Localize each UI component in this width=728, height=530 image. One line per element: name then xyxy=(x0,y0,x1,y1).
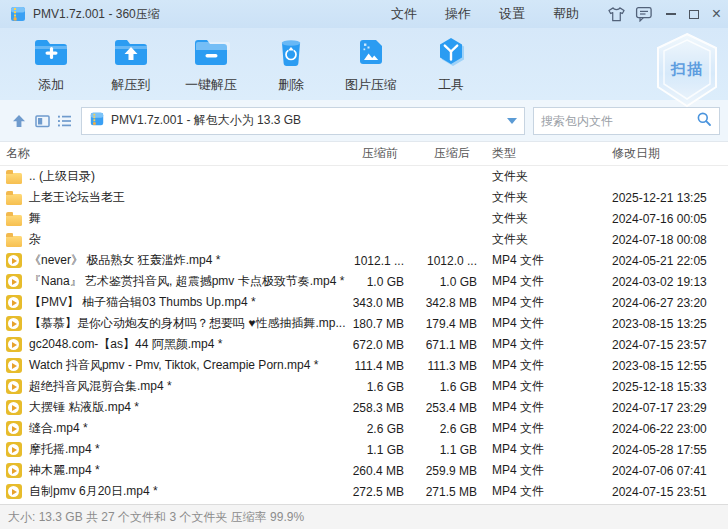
up-directory-icon[interactable] xyxy=(8,107,31,134)
table-row[interactable]: 『Nana』 艺术鉴赏抖音风, 超震撼pmv 卡点极致节奏.mp4 * 1.0 … xyxy=(0,271,728,292)
delete-label: 删除 xyxy=(278,76,304,94)
table-row[interactable]: 【慕慕】是你心动炮友的身材吗？想要吗 ♥性感抽插舞.mp... 180.7 MB… xyxy=(0,313,728,334)
file-name: 杂 xyxy=(29,231,41,248)
modified-date: 2024-07-15 23:51 xyxy=(604,485,728,499)
search-icon[interactable] xyxy=(696,111,712,131)
chevron-down-icon[interactable] xyxy=(507,118,517,124)
file-name: 大摆锤 粘液版.mp4 * xyxy=(29,399,139,416)
column-header-name[interactable]: 名称 xyxy=(0,145,347,162)
table-row[interactable]: 舞 文件夹 2024-07-16 00:05 xyxy=(0,208,728,229)
minimize-button[interactable] xyxy=(659,2,682,26)
file-name: gc2048.com-【as】44 阿黑颜.mp4 * xyxy=(29,336,222,353)
file-name: 超绝抖音风混剪合集.mp4 * xyxy=(29,378,172,395)
size-after-compression: 111.3 MB xyxy=(407,359,479,373)
skin-tshirt-icon[interactable] xyxy=(603,2,630,26)
tools-button[interactable]: 工具 xyxy=(411,35,491,94)
file-name: 缝合.mp4 * xyxy=(29,420,88,437)
size-after-compression: 342.8 MB xyxy=(407,296,479,310)
maximize-icon xyxy=(689,10,699,19)
modified-date: 2023-08-15 12:55 xyxy=(604,359,728,373)
table-row[interactable]: Watch 抖音风pmv - Pmv, Tiktok, Creampie Por… xyxy=(0,355,728,376)
size-after-compression: 1.6 GB xyxy=(407,380,479,394)
modified-date: 2024-05-28 17:55 xyxy=(604,443,728,457)
modified-date: 2024-07-06 07:41 xyxy=(604,464,728,478)
size-before-compression: 258.3 MB xyxy=(347,401,407,415)
modified-date: 2024-06-27 23:20 xyxy=(604,296,728,310)
image-compress-button[interactable]: 图片压缩 xyxy=(331,35,411,94)
extract-to-button[interactable]: 解压到 xyxy=(91,35,171,94)
file-type: MP4 文件 xyxy=(479,420,604,437)
file-type: MP4 文件 xyxy=(479,315,604,332)
table-row[interactable]: 上老王论坛当老王 文件夹 2025-12-21 13:25 xyxy=(0,187,728,208)
window-title: PMV1.7z.001 - 360压缩 xyxy=(33,6,160,23)
close-icon: × xyxy=(712,6,721,22)
column-header-after[interactable]: 压缩后 xyxy=(407,145,479,162)
table-row[interactable]: gc2048.com-【as】44 阿黑颜.mp4 * 672.0 MB 671… xyxy=(0,334,728,355)
modified-date: 2024-03-02 19:13 xyxy=(604,275,728,289)
video-file-icon xyxy=(6,316,22,331)
video-file-icon xyxy=(6,295,22,310)
file-name: 【PMV】 柚子猫合辑03 Thumbs Up.mp4 * xyxy=(29,294,256,311)
table-row[interactable]: 【PMV】 柚子猫合辑03 Thumbs Up.mp4 * 343.0 MB 3… xyxy=(0,292,728,313)
folder-icon xyxy=(6,236,22,247)
scan-badge[interactable]: 扫描 xyxy=(653,32,721,108)
table-row[interactable]: 神木麗.mp4 * 260.4 MB 259.9 MB MP4 文件 2024-… xyxy=(0,460,728,481)
table-row[interactable]: 超绝抖音风混剪合集.mp4 * 1.6 GB 1.6 GB MP4 文件 202… xyxy=(0,376,728,397)
preview-pane-icon[interactable] xyxy=(31,107,54,134)
titlebar-extra-buttons xyxy=(603,2,657,26)
file-name: 神木麗.mp4 * xyxy=(29,462,100,479)
one-click-extract-button[interactable]: 一键解压 xyxy=(171,35,251,94)
column-header-before[interactable]: 压缩前 xyxy=(347,145,407,162)
menu-help[interactable]: 帮助 xyxy=(539,0,593,28)
maximize-button[interactable] xyxy=(682,2,705,26)
feedback-icon[interactable] xyxy=(630,2,657,26)
table-row[interactable]: 自制pmv 6月20日.mp4 * 272.5 MB 271.5 MB MP4 … xyxy=(0,481,728,502)
folder-icon xyxy=(6,194,22,205)
file-type: MP4 文件 xyxy=(479,336,604,353)
modified-date: 2024-06-22 23:00 xyxy=(604,422,728,436)
table-row[interactable]: 缝合.mp4 * 2.6 GB 2.6 GB MP4 文件 2024-06-22… xyxy=(0,418,728,439)
column-header-type[interactable]: 类型 xyxy=(479,145,604,162)
table-row[interactable]: 《never》 极品熟女 狂轰滥炸.mp4 * 1012.1 ... 1012.… xyxy=(0,250,728,271)
file-name: 自制pmv 6月20日.mp4 * xyxy=(29,483,158,500)
column-header-date[interactable]: 修改日期 xyxy=(604,145,728,162)
size-after-compression: 1.0 GB xyxy=(407,275,479,289)
file-list: .. (上级目录) 文件夹 上老王论坛当老王 文件夹 2025-12-21 13… xyxy=(0,166,728,504)
close-button[interactable]: × xyxy=(705,2,728,26)
table-row[interactable]: 杂 文件夹 2024-07-18 00:08 xyxy=(0,229,728,250)
video-file-icon xyxy=(6,358,22,373)
extract-to-folder-icon xyxy=(111,35,151,73)
list-view-icon[interactable] xyxy=(53,107,76,134)
size-before-compression: 2.6 GB xyxy=(347,422,407,436)
size-before-compression: 1012.1 ... xyxy=(347,254,407,268)
file-type: 文件夹 xyxy=(479,168,604,185)
menu-actions[interactable]: 操作 xyxy=(431,0,485,28)
add-button[interactable]: 添加 xyxy=(11,35,91,94)
video-file-icon xyxy=(6,253,22,268)
video-file-icon xyxy=(6,463,22,478)
table-row[interactable]: 大摆锤 粘液版.mp4 * 258.3 MB 253.4 MB MP4 文件 2… xyxy=(0,397,728,418)
add-label: 添加 xyxy=(38,76,64,94)
table-row[interactable]: 摩托摇.mp4 * 1.1 GB 1.1 GB MP4 文件 2024-05-2… xyxy=(0,439,728,460)
delete-button[interactable]: 删除 xyxy=(251,35,331,94)
file-type: 文件夹 xyxy=(479,231,604,248)
file-name: .. (上级目录) xyxy=(29,168,95,185)
size-after-compression: 2.6 GB xyxy=(407,422,479,436)
file-type: 文件夹 xyxy=(479,210,604,227)
size-after-compression: 271.5 MB xyxy=(407,485,479,499)
menu-file[interactable]: 文件 xyxy=(377,0,431,28)
file-name: 上老王论坛当老王 xyxy=(29,189,125,206)
tools-label: 工具 xyxy=(438,76,464,94)
search-input[interactable] xyxy=(541,114,696,128)
file-type: MP4 文件 xyxy=(479,252,604,269)
size-before-compression: 1.6 GB xyxy=(347,380,407,394)
file-type: MP4 文件 xyxy=(479,378,604,395)
file-type: MP4 文件 xyxy=(479,483,604,500)
folder-icon xyxy=(6,215,22,226)
archive-path-combobox[interactable]: PMV1.7z.001 - 解包大小为 13.3 GB xyxy=(81,107,525,135)
table-row[interactable]: .. (上级目录) 文件夹 xyxy=(0,166,728,187)
minimize-icon xyxy=(666,13,676,15)
main-toolbar: 添加 解压到 一键解压 xyxy=(0,28,728,100)
menu-settings[interactable]: 设置 xyxy=(485,0,539,28)
file-name: 【慕慕】是你心动炮友的身材吗？想要吗 ♥性感抽插舞.mp... xyxy=(29,315,345,332)
